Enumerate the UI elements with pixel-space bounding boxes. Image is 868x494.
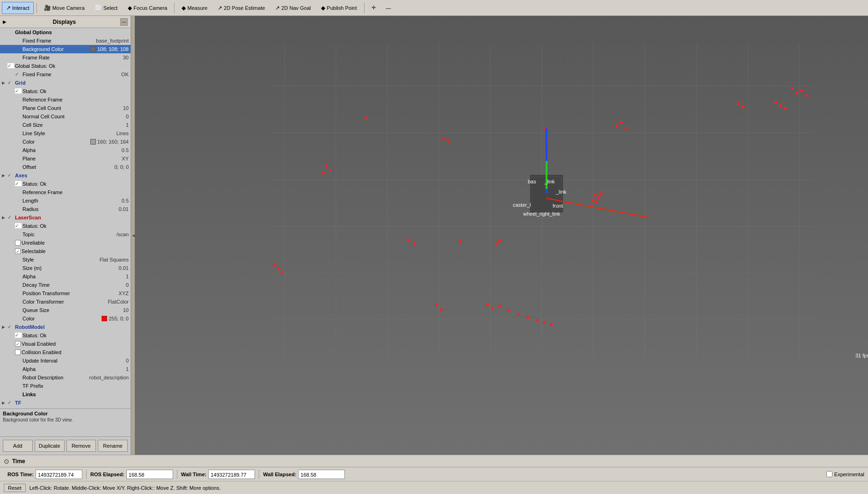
nav-goal-button[interactable]: ↗ 2D Nav Goal bbox=[271, 2, 315, 14]
svg-point-33 bbox=[447, 140, 450, 143]
measure-button[interactable]: ◆ Measure bbox=[177, 2, 212, 14]
select-button[interactable]: ⬜ Select bbox=[91, 2, 122, 14]
color-swatch[interactable] bbox=[90, 46, 97, 52]
svg-text:wheel_right_link: wheel_right_link bbox=[523, 211, 560, 217]
tree-row[interactable]: ▶✓TF bbox=[0, 399, 131, 407]
collapse-arrow-icon: ◀ bbox=[132, 233, 135, 238]
tree-prop-name: Position Transformer bbox=[22, 291, 119, 296]
tree-row[interactable]: TF Prefix bbox=[0, 382, 131, 390]
duplicate-button[interactable]: Duplicate bbox=[35, 440, 65, 452]
tree-row[interactable]: Length0.5 bbox=[0, 196, 131, 205]
tree-row[interactable]: Cell Size1 bbox=[0, 121, 131, 129]
tree-row[interactable]: ✓Visual Enabled bbox=[0, 340, 131, 348]
tree-row[interactable]: ✓Status: Ok bbox=[0, 222, 131, 230]
tree-prop-val: 10 bbox=[123, 105, 131, 111]
tree-row[interactable]: Color255; 0; 0 bbox=[0, 314, 131, 323]
tree-row[interactable]: Plane Cell Count10 bbox=[0, 104, 131, 112]
tree-row[interactable]: Radius0.01 bbox=[0, 205, 131, 213]
collapse-handle[interactable]: ◀ bbox=[131, 16, 135, 455]
svg-line-22 bbox=[547, 198, 647, 217]
tree-row[interactable]: Alpha1 bbox=[0, 365, 131, 373]
displays-toggle-icon[interactable]: ▶ bbox=[3, 19, 7, 24]
tree-row[interactable]: ✓Fixed FrameOK bbox=[0, 70, 131, 79]
tree-prop-val: robot_description bbox=[89, 375, 131, 380]
svg-point-25 bbox=[800, 89, 803, 92]
viewport[interactable]: bas _link _link caster_l front wheel_rig… bbox=[135, 16, 868, 455]
publish-point-button[interactable]: ◆ Publish Point bbox=[317, 2, 361, 14]
add-button[interactable]: Add bbox=[3, 440, 33, 452]
tree-row[interactable]: Size (m)0.01 bbox=[0, 264, 131, 272]
svg-point-57 bbox=[543, 321, 546, 324]
tree-row[interactable]: ✓Global Status: Ok bbox=[0, 62, 131, 70]
tree-row[interactable]: Color160; 160; 164 bbox=[0, 138, 131, 146]
experimental-checkbox[interactable] bbox=[826, 471, 832, 477]
extra-tool-button[interactable]: ✛ bbox=[367, 2, 380, 14]
tree-row[interactable]: Unreliable bbox=[0, 239, 131, 247]
tree-row[interactable]: Normal Cell Count0 bbox=[0, 112, 131, 121]
move-camera-button[interactable]: 🎥 Move Camera bbox=[40, 2, 89, 14]
tree-check-icon: ✓ bbox=[7, 63, 14, 68]
tree-row[interactable]: ▶✓LaserScan bbox=[0, 213, 131, 222]
svg-point-24 bbox=[795, 92, 798, 94]
tree-row[interactable]: Reference Frame bbox=[0, 95, 131, 104]
tree-row[interactable]: PlaneXY bbox=[0, 154, 131, 163]
svg-point-43 bbox=[498, 240, 501, 242]
tree-prop-name: Status: Ok bbox=[22, 333, 131, 338]
tree-row[interactable]: Frame Rate30 bbox=[0, 53, 131, 62]
tree-row[interactable]: Offset0; 0; 0 bbox=[0, 163, 131, 171]
interact-button[interactable]: ↗ Interact bbox=[2, 2, 34, 14]
tree-row[interactable]: Update Interval0 bbox=[0, 356, 131, 365]
pose-estimate-button[interactable]: ↗ 2D Pose Estimate bbox=[213, 2, 269, 14]
tree-row[interactable]: ✓Status: Ok bbox=[0, 87, 131, 95]
tree-row[interactable]: Topic/scan bbox=[0, 230, 131, 239]
tree-row[interactable]: Fixed Framebase_footprint bbox=[0, 36, 131, 45]
tree-prop-name: Style bbox=[22, 257, 100, 262]
tree-prop-val: Lines bbox=[117, 131, 131, 136]
svg-point-58 bbox=[550, 323, 553, 326]
tree-row[interactable]: Alpha1 bbox=[0, 272, 131, 281]
remove-button[interactable]: Remove bbox=[66, 440, 96, 452]
tree-row[interactable]: Reference Frame bbox=[0, 188, 131, 196]
tree-prop-val: XYZ bbox=[119, 291, 131, 296]
tree-panel[interactable]: Global OptionsFixed Framebase_footprintB… bbox=[0, 28, 131, 408]
color-swatch[interactable] bbox=[102, 315, 109, 321]
svg-rect-19 bbox=[532, 176, 562, 211]
tree-checkbox[interactable]: ✓ bbox=[15, 341, 21, 347]
tree-row[interactable]: Color TransformerFlatColor bbox=[0, 298, 131, 306]
tree-checkbox[interactable] bbox=[15, 349, 21, 355]
focus-camera-button[interactable]: ◆ Focus Camera bbox=[124, 2, 171, 14]
tree-row[interactable]: Links bbox=[0, 390, 131, 399]
tree-checkbox[interactable]: ✓ bbox=[15, 248, 21, 254]
tree-row[interactable]: ▶✓Axes bbox=[0, 171, 131, 180]
minimize-button[interactable]: — bbox=[382, 2, 395, 14]
tree-check-icon: ✓ bbox=[7, 215, 14, 220]
tree-checkbox[interactable] bbox=[15, 240, 21, 246]
tree-row[interactable]: Line StyleLines bbox=[0, 129, 131, 138]
tree-row[interactable]: ▶✓RobotModel bbox=[0, 323, 131, 331]
tree-section-label: Grid bbox=[14, 80, 131, 86]
rename-button[interactable]: Rename bbox=[98, 440, 128, 452]
tree-row[interactable]: ✓Status: Ok bbox=[0, 180, 131, 188]
svg-point-31 bbox=[365, 116, 368, 119]
wall-time-value: 1493272189.77 bbox=[208, 470, 255, 479]
reset-button[interactable]: Reset bbox=[4, 484, 26, 492]
tree-row[interactable]: ▶✓Grid bbox=[0, 79, 131, 87]
tree-row[interactable]: Global Options bbox=[0, 28, 131, 36]
displays-menu-button[interactable]: — bbox=[120, 18, 128, 26]
experimental-check[interactable]: Experimental bbox=[826, 471, 864, 477]
tree-row[interactable]: Collision Enabled bbox=[0, 348, 131, 356]
tree-row[interactable]: ✓Status: Ok bbox=[0, 331, 131, 340]
tree-row[interactable]: StyleFlat Squares bbox=[0, 255, 131, 264]
color-swatch[interactable] bbox=[90, 138, 97, 145]
svg-point-35 bbox=[329, 169, 332, 172]
tree-row[interactable]: Robot Descriptionrobot_description bbox=[0, 373, 131, 382]
tree-row[interactable]: Alpha0.5 bbox=[0, 146, 131, 154]
tree-check-icon: ✓ bbox=[15, 333, 22, 338]
tree-row[interactable]: Background Color108; 108; 108 bbox=[0, 45, 131, 53]
tree-row[interactable]: Queue Size10 bbox=[0, 306, 131, 314]
svg-point-55 bbox=[526, 316, 529, 319]
tree-row[interactable]: Decay Time0 bbox=[0, 281, 131, 289]
tree-row[interactable]: Position TransformerXYZ bbox=[0, 289, 131, 298]
tree-row[interactable]: ✓Selectable bbox=[0, 247, 131, 255]
svg-point-42 bbox=[459, 240, 461, 243]
